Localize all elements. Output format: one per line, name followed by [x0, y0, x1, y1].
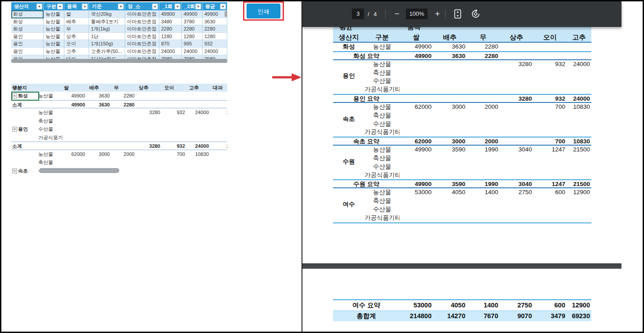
cell[interactable]	[188, 101, 212, 109]
cell[interactable]	[188, 133, 212, 142]
cell[interactable]: 축산물	[38, 158, 63, 167]
cell[interactable]: 용인	[11, 40, 44, 48]
cell[interactable]: 3280	[138, 142, 163, 151]
print-button[interactable]: 인쇄	[247, 4, 280, 18]
cell[interactable]: 49900	[182, 10, 203, 18]
cell[interactable]: 2980	[212, 142, 227, 151]
cell[interactable]: 배추	[64, 18, 89, 26]
cell[interactable]: 쌀	[64, 10, 89, 18]
cell[interactable]	[113, 158, 138, 167]
pivot-column-header[interactable]: 상추	[138, 84, 164, 92]
cell[interactable]	[138, 125, 163, 133]
cell[interactable]	[138, 150, 163, 159]
cell[interactable]: 오이	[64, 40, 89, 48]
cell[interactable]: 용인	[11, 48, 44, 55]
cell[interactable]	[188, 125, 212, 133]
cell[interactable]	[88, 133, 113, 142]
cell[interactable]: 농산물	[38, 150, 63, 159]
cell[interactable]: 49900	[63, 92, 88, 100]
column-header[interactable]: _1회	[159, 2, 182, 10]
cell[interactable]	[138, 158, 163, 167]
pivot-row-label[interactable]: 소계	[12, 101, 38, 109]
cell[interactable]	[163, 158, 188, 167]
cell[interactable]	[163, 117, 188, 125]
cell[interactable]	[113, 133, 138, 142]
cell[interactable]	[212, 92, 227, 100]
cell[interactable]: 932	[163, 142, 188, 151]
pivot-group-label[interactable]: 속초	[12, 167, 39, 175]
cell[interactable]: 1개(150g)	[89, 40, 125, 48]
cell[interactable]: 932	[203, 40, 227, 48]
cell[interactable]: 49900	[63, 101, 88, 109]
cell[interactable]: 농산물	[38, 92, 63, 100]
cell[interactable]: 가공식품기타	[38, 133, 63, 142]
column-header[interactable]: 평균	[203, 2, 227, 10]
filter-dropdown-icon[interactable]	[152, 4, 158, 9]
cell[interactable]	[88, 125, 113, 133]
page-number-input[interactable]: 3	[352, 9, 364, 19]
cell[interactable]: 3630	[88, 92, 113, 100]
pivot-row-label[interactable]: 소계	[12, 142, 38, 151]
pivot-column-header[interactable]: 구분	[11, 84, 22, 92]
cell[interactable]: 수산물	[38, 125, 63, 133]
pivot-column-header[interactable]: 쌀	[63, 84, 89, 92]
cell[interactable]: 3000	[88, 150, 113, 159]
column-header[interactable]: 장_소	[125, 2, 159, 10]
cell[interactable]: 24000	[188, 142, 212, 151]
cell[interactable]	[212, 158, 227, 167]
cell[interactable]: 3630	[203, 18, 227, 26]
cell[interactable]	[138, 117, 163, 125]
cell[interactable]: 3630	[88, 101, 113, 109]
pivot-column-header[interactable]: 오이	[163, 84, 189, 92]
cell[interactable]	[63, 117, 88, 125]
cell[interactable]	[63, 125, 88, 133]
cell[interactable]: 2280	[203, 25, 227, 33]
filter-dropdown-icon[interactable]	[220, 4, 226, 9]
cell[interactable]	[163, 125, 188, 133]
column-header[interactable]: 품목	[64, 2, 89, 10]
filter-dropdown-icon[interactable]	[175, 4, 180, 9]
cell[interactable]	[163, 167, 188, 175]
column-header[interactable]: 생산지	[11, 2, 44, 10]
cell[interactable]: 24000	[188, 108, 212, 117]
zoom-level-input[interactable]: 100%	[406, 9, 428, 19]
cell[interactable]: 농산물	[44, 10, 64, 18]
cell[interactable]: 2280	[159, 25, 182, 33]
cell[interactable]: 축산물	[38, 117, 63, 125]
cell[interactable]	[63, 108, 88, 117]
cell[interactable]: 농산물	[44, 40, 64, 48]
cell[interactable]	[163, 92, 188, 100]
cell[interactable]: 1280	[203, 33, 227, 40]
cell[interactable]: 700	[163, 150, 188, 159]
collapse-icon[interactable]	[12, 127, 17, 132]
horizontal-scrollbar[interactable]	[11, 59, 227, 63]
cell[interactable]: 995	[182, 40, 203, 48]
cell[interactable]: 49900	[203, 10, 227, 18]
cell[interactable]: 무	[64, 25, 89, 33]
cell[interactable]	[63, 142, 88, 151]
cell[interactable]	[188, 117, 212, 125]
cell[interactable]: 국산20kg	[89, 10, 125, 18]
filter-dropdown-icon[interactable]	[118, 4, 124, 9]
pivot-column-header[interactable]: 고추	[188, 84, 213, 92]
pivot-row-label[interactable]	[12, 150, 38, 159]
cell[interactable]: 화성	[11, 25, 44, 33]
cell[interactable]: 농산물	[44, 33, 64, 40]
cell[interactable]: 3780	[182, 18, 203, 26]
pivot-row-label[interactable]	[12, 158, 38, 167]
pivot-column-header[interactable]: 배추	[88, 84, 114, 92]
cell[interactable]: 24000	[203, 48, 227, 55]
cell[interactable]	[212, 101, 227, 109]
cell[interactable]: 이마트만촌점	[125, 40, 159, 48]
cell[interactable]: 농산물	[44, 18, 64, 26]
vertical-scrollbar[interactable]	[225, 11, 227, 17]
cell[interactable]	[138, 101, 163, 109]
cell[interactable]: 농산물	[44, 48, 64, 55]
cell[interactable]: 2000	[113, 150, 138, 159]
cell[interactable]: 62000	[63, 150, 88, 159]
fit-to-page-icon[interactable]	[453, 9, 463, 19]
zoom-out-icon[interactable]	[392, 8, 402, 20]
pivot-column-header[interactable]: 대파	[212, 84, 227, 92]
cell[interactable]: 1280	[159, 33, 182, 40]
cell[interactable]: 농산물	[38, 108, 63, 117]
